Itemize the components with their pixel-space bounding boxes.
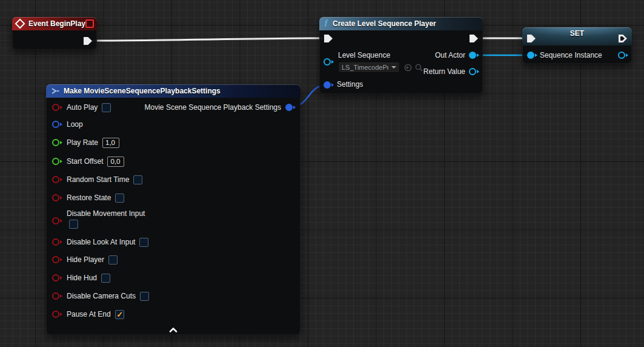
node-make-playback-settings[interactable]: Make MovieSceneSequencePlaybackSettings … bbox=[46, 84, 300, 335]
disable-movement-input-pin[interactable] bbox=[52, 217, 62, 224]
sequence-instance-pin-label: Sequence Instance bbox=[540, 51, 602, 59]
restore-state-label: Restore State bbox=[67, 194, 111, 202]
node-title: Create Level Sequence Player bbox=[333, 19, 436, 28]
start-offset-label: Start Offset bbox=[67, 157, 103, 166]
play-rate-pin[interactable] bbox=[52, 139, 62, 146]
hide-hud-pin[interactable] bbox=[52, 274, 62, 281]
disable-movement-input-label: Disable Movement Input bbox=[67, 209, 145, 218]
out-actor-pin-label: Out Actor bbox=[435, 51, 465, 59]
return-value-pin-label: Return Value bbox=[423, 67, 465, 76]
auto-play-checkbox[interactable] bbox=[102, 103, 111, 112]
pin-row-hide-hud: Hide Hud bbox=[52, 272, 110, 284]
pause-at-end-label: Pause At End bbox=[67, 310, 111, 318]
settings-pin[interactable] bbox=[324, 81, 334, 89]
disable-look-at-input-checkbox[interactable] bbox=[139, 238, 148, 247]
play-rate-label: Play Rate bbox=[67, 138, 98, 147]
level-sequence-asset-value: LS_TimecodePr bbox=[342, 64, 388, 71]
node-set-sequence-instance[interactable]: SET Sequence Instance bbox=[522, 27, 632, 64]
node-create-level-sequence-player[interactable]: ƒ Create Level Sequence Player Level Seq… bbox=[319, 17, 483, 94]
pin-row-restore-state: Restore State bbox=[52, 192, 124, 204]
chevron-down-icon bbox=[391, 66, 396, 69]
hide-player-checkbox[interactable] bbox=[108, 255, 118, 264]
disable-camera-cuts-checkbox[interactable] bbox=[140, 292, 149, 301]
restore-state-checkbox[interactable] bbox=[115, 194, 124, 203]
pause-at-end-checkbox[interactable] bbox=[115, 310, 124, 319]
pin-row-random-start-time: Random Start Time bbox=[52, 174, 142, 186]
playback-settings-output-pin[interactable] bbox=[285, 104, 296, 111]
use-selected-asset-icon[interactable] bbox=[404, 64, 412, 72]
return-value-pin[interactable] bbox=[469, 68, 479, 75]
pin-row-play-rate: Play Rate 1,0 bbox=[52, 136, 119, 149]
pin-row-pause-at-end: Pause At End bbox=[52, 308, 124, 320]
pin-row-hide-player: Hide Player bbox=[52, 254, 118, 266]
disable-look-at-input-pin[interactable] bbox=[52, 238, 62, 246]
hide-player-label: Hide Player bbox=[67, 255, 104, 264]
hide-hud-checkbox[interactable] bbox=[101, 274, 110, 283]
pin-row-disable-movement-input: Disable Movement Input bbox=[52, 209, 145, 231]
start-offset-pin[interactable] bbox=[52, 158, 62, 165]
sequence-instance-output-pin[interactable] bbox=[618, 52, 628, 59]
disable-camera-cuts-label: Disable Camera Cuts bbox=[67, 292, 136, 300]
hide-player-pin[interactable] bbox=[52, 256, 62, 263]
node-event-beginplay-header[interactable]: Event BeginPlay bbox=[12, 17, 97, 30]
pin-row-disable-look-at-input: Disable Look At Input bbox=[52, 236, 148, 248]
random-start-time-checkbox[interactable] bbox=[133, 175, 142, 184]
level-sequence-pin-label: Level Sequence bbox=[338, 51, 390, 59]
pin-row-loop: Loop bbox=[52, 118, 83, 130]
exec-output-pin[interactable] bbox=[470, 35, 478, 42]
function-icon: ƒ bbox=[324, 18, 328, 28]
out-actor-pin[interactable] bbox=[469, 52, 479, 59]
start-offset-input[interactable]: 0,0 bbox=[107, 157, 124, 167]
pin-row-output: Movie Scene Sequence Playback Settings bbox=[145, 101, 296, 113]
blueprint-graph-canvas[interactable]: Event BeginPlay ƒ Create Level Sequence … bbox=[0, 0, 644, 347]
settings-pin-label: Settings bbox=[337, 80, 363, 89]
collapse-node-chevron[interactable] bbox=[169, 328, 178, 332]
pin-row-disable-camera-cuts: Disable Camera Cuts bbox=[52, 290, 149, 302]
sequence-instance-input-pin[interactable] bbox=[527, 52, 537, 59]
exec-input-pin[interactable] bbox=[324, 35, 333, 42]
play-rate-input[interactable]: 1,0 bbox=[102, 138, 119, 148]
browse-to-asset-icon[interactable] bbox=[415, 64, 423, 72]
loop-label: Loop bbox=[67, 120, 83, 129]
pin-row-auto-play: Auto Play bbox=[52, 101, 111, 113]
event-icon bbox=[15, 19, 25, 29]
restore-state-pin[interactable] bbox=[52, 194, 62, 201]
loop-pin[interactable] bbox=[52, 121, 62, 128]
hide-hud-label: Hide Hud bbox=[67, 274, 97, 282]
level-sequence-asset-dropdown[interactable]: LS_TimecodePr bbox=[338, 62, 400, 73]
node-event-beginplay[interactable]: Event BeginPlay bbox=[12, 17, 97, 50]
node-title: Make MovieSceneSequencePlaybackSettings bbox=[64, 87, 221, 95]
node-title: Event BeginPlay bbox=[28, 19, 85, 28]
node-set-header[interactable]: SET bbox=[522, 27, 632, 45]
auto-play-label: Auto Play bbox=[67, 103, 98, 112]
node-create-header[interactable]: ƒ Create Level Sequence Player bbox=[319, 17, 483, 30]
disable-movement-input-checkbox[interactable] bbox=[69, 220, 78, 229]
event-box-icon bbox=[85, 19, 94, 28]
output-pin-label: Movie Scene Sequence Playback Settings bbox=[145, 103, 281, 112]
disable-camera-cuts-pin[interactable] bbox=[52, 292, 62, 300]
disable-look-at-input-label: Disable Look At Input bbox=[67, 238, 135, 246]
node-title: SET bbox=[570, 29, 584, 38]
random-start-time-pin[interactable] bbox=[52, 176, 62, 183]
make-struct-icon bbox=[51, 87, 59, 95]
node-make-header[interactable]: Make MovieSceneSequencePlaybackSettings bbox=[46, 84, 300, 98]
pause-at-end-pin[interactable] bbox=[52, 311, 62, 318]
wire-exec-beginplay-to-create[interactable] bbox=[92, 38, 324, 41]
random-start-time-label: Random Start Time bbox=[67, 175, 129, 184]
pin-row-start-offset: Start Offset 0,0 bbox=[52, 155, 124, 167]
level-sequence-pin[interactable] bbox=[324, 58, 334, 66]
exec-output-pin[interactable] bbox=[84, 37, 92, 45]
auto-play-pin[interactable] bbox=[52, 104, 62, 111]
